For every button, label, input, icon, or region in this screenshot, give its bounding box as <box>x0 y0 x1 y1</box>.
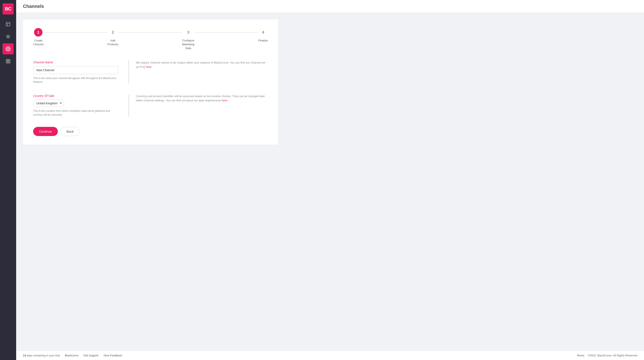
main-content: 1 CreateChannel 2 AddProducts 3 Configur… <box>16 13 644 360</box>
list-icon <box>6 34 11 39</box>
table-icon <box>6 59 11 64</box>
app-logo: BC <box>2 4 14 14</box>
sidebar: BC <box>0 0 16 360</box>
channel-name-section: Channel Name This is the name your chann… <box>33 60 268 84</box>
main-card: 1 CreateChannel 2 AddProducts 3 Configur… <box>23 20 278 144</box>
chart-icon <box>6 22 11 27</box>
country-hint: This is the Location from which competit… <box>33 109 118 117</box>
step-2: 2 AddProducts <box>107 28 118 46</box>
country-info-text: Currency and product identifier will be … <box>136 94 265 102</box>
country-label: Country Of Sale <box>33 94 118 98</box>
page-title: Channels <box>23 4 44 9</box>
step-3-number: 3 <box>184 28 192 36</box>
step-2-number: 2 <box>108 28 117 36</box>
country-data-link[interactable]: here. <box>222 99 228 102</box>
connector-1-2 <box>43 32 107 32</box>
connector-3-4 <box>194 32 258 32</box>
trial-text: days remaining in your trial <box>27 354 60 357</box>
trial-info: 14 days remaining in your trial <box>23 354 60 357</box>
step-1-label: CreateChannel <box>33 39 43 46</box>
svg-rect-0 <box>6 22 10 26</box>
footer-copyright: ©2022. BlackCurve. All Rights Reserved <box>588 354 637 357</box>
channel-name-input[interactable] <box>33 66 118 74</box>
footer-right: Terms ©2022. BlackCurve. All Rights Rese… <box>577 354 637 357</box>
step-1-number: 1 <box>34 28 42 36</box>
country-section: Country Of Sale United Kingdom United St… <box>33 94 268 117</box>
channel-name-label: Channel Name <box>33 60 118 64</box>
sidebar-item-settings[interactable] <box>2 43 14 54</box>
channel-name-left: Channel Name This is the name your chann… <box>33 60 118 84</box>
footer-left: 14 days remaining in your trial Blackcur… <box>23 354 577 357</box>
country-select[interactable]: United Kingdom United States Germany Fra… <box>33 100 64 107</box>
footer: 14 days remaining in your trial Blackcur… <box>16 351 644 360</box>
footer-link-feedback[interactable]: Give Feedback <box>104 354 122 357</box>
settings-icon <box>6 46 11 52</box>
step-3: 3 ConfigureMarketingData <box>182 28 194 50</box>
continue-button[interactable]: Continue <box>33 127 58 136</box>
channel-name-faq-link[interactable]: here. <box>146 65 152 68</box>
step-4-number: 4 <box>259 28 268 36</box>
step-2-label: AddProducts <box>107 39 118 46</box>
footer-link-support[interactable]: Get Support <box>84 354 98 357</box>
country-info: Currency and product identifier will be … <box>128 94 268 117</box>
svg-rect-10 <box>6 59 10 63</box>
sidebar-item-list[interactable] <box>2 31 14 42</box>
footer-link-blackcurve[interactable]: Blackcurve <box>65 354 78 357</box>
back-button[interactable]: Back <box>60 127 80 136</box>
svg-point-9 <box>8 48 9 50</box>
channel-name-info: We require Channel names to be unique wi… <box>128 60 268 84</box>
step-4: 4 Finalize <box>258 28 268 42</box>
button-row: Continue Back <box>33 127 268 136</box>
country-left: Country Of Sale United Kingdom United St… <box>33 94 118 117</box>
header: Channels <box>16 0 644 13</box>
trial-days: 14 <box>23 354 26 357</box>
connector-2-3 <box>118 32 182 32</box>
channel-name-hint: This is the name your channel will appea… <box>33 76 118 84</box>
footer-terms-link[interactable]: Terms <box>577 354 584 357</box>
channel-name-info-text: We require Channel names to be unique wi… <box>136 61 265 69</box>
step-1: 1 CreateChannel <box>33 28 43 46</box>
sidebar-item-dashboard[interactable] <box>2 19 14 30</box>
sidebar-item-table[interactable] <box>2 56 14 67</box>
stepper: 1 CreateChannel 2 AddProducts 3 Configur… <box>33 28 268 50</box>
step-3-label: ConfigureMarketingData <box>182 39 194 50</box>
step-4-label: Finalize <box>258 39 268 42</box>
